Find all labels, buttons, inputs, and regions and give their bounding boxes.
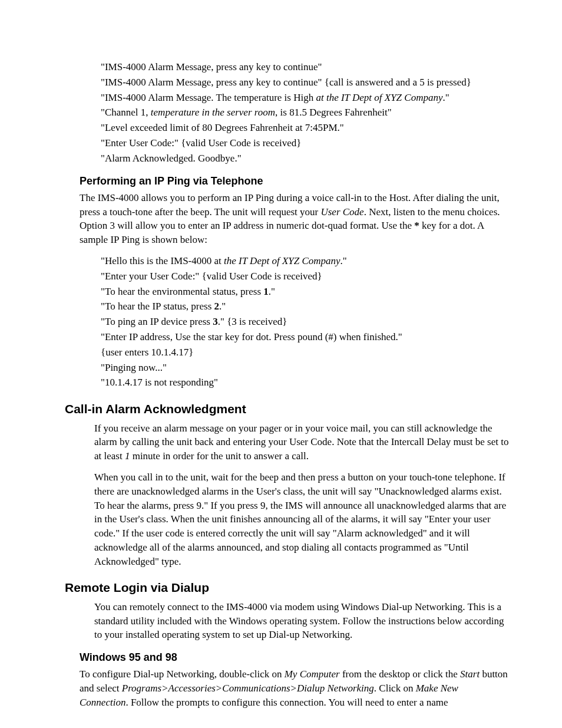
dialogue-line: "Level exceeded limit of 80 Degrees Fahr… (101, 121, 509, 135)
paragraph-remote: You can remotely connect to the IMS-4000… (94, 600, 509, 642)
paragraph-callin-2: When you call in to the unit, wait for t… (94, 470, 509, 569)
paragraph-callin-1: If you receive an alarm message on your … (94, 421, 509, 463)
dialogue-line: "IMS-4000 Alarm Message, press any key t… (101, 75, 509, 90)
dialogue-line: "Channel 1, temperature in the server ro… (101, 106, 509, 120)
heading-callin-ack: Call-in Alarm Acknowledgment (65, 400, 509, 417)
dialogue-line: "To hear the IP status, press 2." (101, 299, 509, 314)
alarm-message-dialogue: "IMS-4000 Alarm Message, press any key t… (101, 60, 509, 166)
dialogue-line: "IMS-4000 Alarm Message, press any key t… (101, 60, 509, 74)
dialogue-line: "IMS-4000 Alarm Message. The temperature… (101, 91, 509, 105)
dialogue-line: "Alarm Acknowledged. Goodbye." (101, 151, 509, 166)
heading-win9598: Windows 95 and 98 (80, 650, 509, 665)
ip-ping-dialogue: "Hello this is the IMS-4000 at the IT De… (101, 254, 509, 390)
dialogue-line: "To ping an IP device press 3." {3 is re… (101, 315, 509, 329)
dialogue-line: {user enters 10.1.4.17} (101, 345, 509, 360)
heading-remote-login: Remote Login via Dialup (65, 579, 509, 596)
paragraph-ip-ping: The IMS-4000 allows you to perform an IP… (80, 191, 509, 247)
paragraph-win9598: To configure Dial-up Networking, double-… (80, 667, 509, 709)
dialogue-line: "Hello this is the IMS-4000 at the IT De… (101, 254, 509, 268)
dialogue-line: "Pinging now..." (101, 361, 509, 375)
dialogue-line: "10.1.4.17 is not responding" (101, 375, 509, 390)
dialogue-line: "Enter IP address, Use the star key for … (101, 330, 509, 344)
dialogue-line: "To hear the environmental status, press… (101, 285, 509, 299)
heading-ip-ping: Performing an IP Ping via Telephone (80, 174, 509, 189)
dialogue-line: "Enter User Code:" {valid User Code is r… (101, 136, 509, 150)
dialogue-line: "Enter your User Code:" {valid User Code… (101, 269, 509, 284)
